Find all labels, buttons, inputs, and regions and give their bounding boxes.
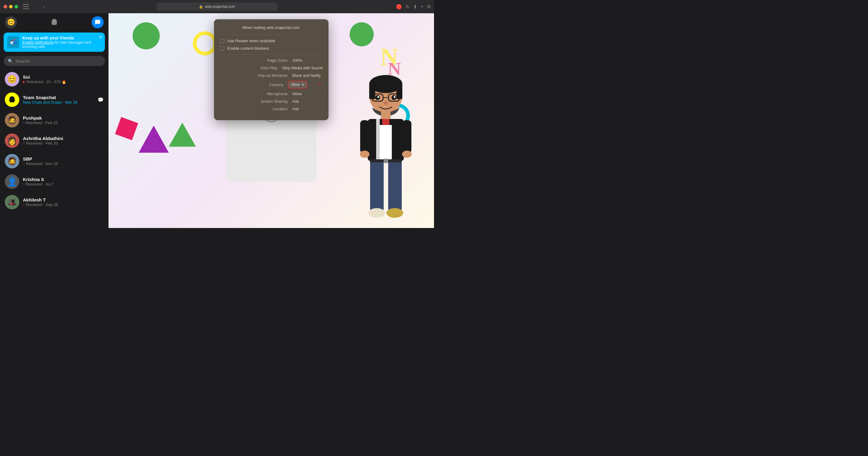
chat-item-akhilesh[interactable]: 🎩 Akhilesh T □ Received · Sep 28 bbox=[0, 192, 108, 212]
shape-green-triangle bbox=[169, 123, 196, 147]
chat-name-sbp: SBP bbox=[23, 156, 104, 161]
record-button[interactable]: 🔴 bbox=[396, 4, 402, 10]
chat-name-akhilesh: Akhilesh T bbox=[23, 197, 104, 202]
svg-rect-15 bbox=[376, 119, 380, 161]
chat-preview-team-snapchat: New Chats and Snaps · Mar 18 bbox=[23, 100, 94, 104]
svg-rect-22 bbox=[370, 160, 384, 211]
chat-name-sui: Sui bbox=[23, 74, 104, 79]
popup-content-blockers-row: Enable content blockers bbox=[220, 46, 322, 51]
auto-play-row: Auto-Play Stop Media with Sound bbox=[220, 66, 322, 70]
back-button[interactable]: ‹ bbox=[33, 3, 39, 10]
popup-settings-section: Page Zoom 100% Auto-Play Stop Media with… bbox=[220, 54, 322, 111]
shape-purple-triangle bbox=[138, 126, 169, 153]
chat-item-sbp[interactable]: 🧔 SBP □ Received · Nov 25 bbox=[0, 151, 108, 171]
chat-name-krishna: Krishna S bbox=[23, 177, 104, 182]
microphone-setting-row: Microphone Allow bbox=[220, 92, 322, 96]
page-zoom-value: 100% bbox=[292, 58, 322, 63]
screen-sharing-value: Ask bbox=[292, 99, 322, 104]
chat-item-krishna[interactable]: 👤 Krishna S □ Received · Jul 7 bbox=[0, 171, 108, 192]
chat-name-team-snapchat: Team Snapchat bbox=[23, 95, 94, 100]
close-button[interactable] bbox=[4, 5, 7, 8]
svg-point-20 bbox=[360, 151, 370, 158]
chat-preview-akhilesh: □ Received · Sep 28 bbox=[23, 202, 104, 207]
chat-info-sbp: SBP □ Received · Nov 25 bbox=[23, 156, 104, 166]
chat-info-team-snapchat: Team Snapchat New Chats and Snaps · Mar … bbox=[23, 95, 94, 104]
share-button[interactable]: ⬆ bbox=[413, 4, 417, 10]
user-avatar[interactable]: 😊 bbox=[5, 16, 17, 28]
chat-name-ashritha: Ashritha Abbathini bbox=[23, 136, 104, 141]
chat-preview-pushpak: □ Received · Feb 22 bbox=[23, 121, 104, 125]
notification-banner[interactable]: 📬 Keep up with your friends Enable notif… bbox=[4, 33, 105, 52]
snap-delivered-icon: ▶ bbox=[23, 80, 25, 84]
enable-notifications-link[interactable]: Enable notifications bbox=[22, 40, 54, 44]
chat-preview-sbp: □ Received · Nov 25 bbox=[23, 161, 104, 166]
avatar-krishna: 👤 bbox=[5, 174, 19, 189]
location-value: Ask bbox=[292, 107, 322, 111]
address-bar[interactable]: 🔒 web.snapchat.com bbox=[157, 2, 277, 11]
snap-sbp-icon: □ bbox=[23, 162, 25, 165]
svg-rect-17 bbox=[380, 125, 392, 161]
avatar-pushpak: 🧔 bbox=[5, 113, 19, 127]
svg-rect-18 bbox=[360, 120, 369, 153]
new-tab-button[interactable]: + bbox=[421, 4, 424, 9]
popup-title: When visiting web.snapchat.com: bbox=[220, 25, 322, 30]
chat-krishna-icon: □ bbox=[23, 183, 25, 186]
shape-pink-rect bbox=[115, 117, 138, 140]
auto-play-label: Auto-Play bbox=[241, 66, 277, 70]
refresh-button[interactable]: ↻ bbox=[406, 4, 410, 10]
location-label: Location bbox=[251, 107, 287, 111]
sidebar: 😊 📬 Keep up with your friends Enable not… bbox=[0, 13, 108, 228]
chat-item-sui[interactable]: 😊 Sui ▶ Delivered · 1h · 578 🔥 bbox=[0, 69, 108, 90]
svg-point-24 bbox=[368, 208, 385, 218]
search-input[interactable]: Search bbox=[16, 58, 30, 64]
chat-name-pushpak: Pushpak bbox=[23, 116, 104, 121]
reader-checkbox[interactable] bbox=[220, 39, 224, 43]
location-setting-row: Location Ask bbox=[220, 107, 322, 111]
chat-preview-ashritha: □ Received · Feb 20 bbox=[23, 141, 104, 145]
popup-reader-section: Use Reader when available Enable content… bbox=[220, 35, 322, 51]
sidebar-toggle[interactable] bbox=[23, 4, 29, 9]
notification-close-button[interactable]: ✕ bbox=[98, 34, 102, 40]
auto-play-value: Stop Media with Sound bbox=[282, 66, 322, 70]
chat-info-akhilesh: Akhilesh T □ Received · Sep 28 bbox=[23, 197, 104, 207]
page-zoom-row: Page Zoom 100% bbox=[220, 58, 322, 63]
microphone-value: Allow bbox=[292, 92, 322, 96]
avatar-team-snapchat bbox=[5, 93, 19, 107]
forward-button[interactable]: › bbox=[40, 3, 47, 10]
microphone-label: Microphone bbox=[251, 92, 287, 96]
reader-label: Use Reader when available bbox=[227, 38, 275, 43]
popup-windows-row: Pop-up Windows Block and Notify bbox=[220, 73, 322, 78]
maximize-button[interactable] bbox=[14, 5, 18, 8]
chat-info-krishna: Krishna S □ Received · Jul 7 bbox=[23, 177, 104, 187]
shape-green-circle-2 bbox=[350, 22, 374, 46]
snap-received-icon: □ bbox=[23, 141, 25, 145]
popup-windows-value: Block and Notify bbox=[292, 73, 322, 78]
svg-point-21 bbox=[402, 151, 412, 158]
chat-item-team-snapchat[interactable]: Team Snapchat New Chats and Snaps · Mar … bbox=[0, 90, 108, 110]
new-chat-button[interactable] bbox=[92, 16, 104, 28]
minimize-button[interactable] bbox=[9, 5, 13, 8]
main-content: N N ⋯ When visiting web.snapchat.com: bbox=[108, 13, 434, 228]
browser-chrome: ‹ › 🔒 web.snapchat.com 🔴 ↻ ⬆ + ⧉ bbox=[0, 0, 434, 13]
camera-allow-select[interactable]: Allow ▼ bbox=[288, 81, 307, 89]
bitmoji-svg bbox=[344, 71, 428, 228]
notification-text: Keep up with your friends Enable notific… bbox=[22, 36, 101, 49]
notification-icon: 📬 bbox=[7, 36, 19, 48]
camera-value: Allow bbox=[291, 83, 300, 87]
avatar-sbp: 🧔 bbox=[5, 154, 19, 168]
avatar-ashritha: 👩 bbox=[5, 133, 19, 148]
svg-point-25 bbox=[386, 208, 403, 218]
content-blockers-checkbox[interactable] bbox=[220, 46, 224, 51]
chat-item-ashritha[interactable]: 👩 Ashritha Abbathini □ Received · Feb 20 bbox=[0, 130, 108, 151]
avatar-sui: 😊 bbox=[5, 72, 19, 87]
chat-item-pushpak[interactable]: 🧔 Pushpak □ Received · Feb 22 bbox=[0, 110, 108, 130]
browser-actions: 🔴 ↻ ⬆ + ⧉ bbox=[396, 4, 430, 10]
tabs-button[interactable]: ⧉ bbox=[427, 4, 430, 9]
shape-yellow-ring bbox=[193, 31, 217, 56]
sidebar-header: 😊 bbox=[0, 13, 108, 31]
main-layout: 😊 📬 Keep up with your friends Enable not… bbox=[0, 13, 434, 228]
svg-rect-27 bbox=[384, 159, 388, 163]
search-bar[interactable]: 🔍 Search bbox=[4, 56, 105, 66]
traffic-lights bbox=[4, 5, 18, 8]
svg-rect-13 bbox=[381, 112, 391, 120]
